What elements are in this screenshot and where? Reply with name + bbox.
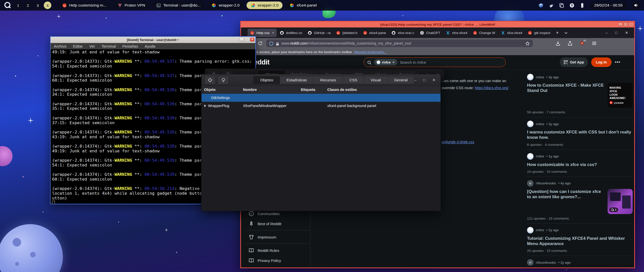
browser-tab[interactable]: dotfiles/.co xyxy=(277,29,305,37)
clock[interactable]: 26/02/24 - 00:55 xyxy=(590,2,627,9)
inspector-tab-visual[interactable]: Visual xyxy=(364,76,388,84)
qubes-menu-button[interactable] xyxy=(4,1,12,9)
browser-tab[interactable]: [deleted b xyxy=(334,29,360,37)
column-clases[interactable]: Clases de estilos xyxy=(325,86,440,93)
get-app-button[interactable]: Get App xyxy=(560,57,588,67)
window-maximize-icon[interactable]: □ xyxy=(615,30,617,35)
volume-button[interactable] xyxy=(632,1,640,10)
subreddit-name[interactable]: r/xfce xyxy=(536,228,544,232)
device-icon[interactable] xyxy=(580,3,585,8)
qubes-domains-icon[interactable] xyxy=(538,3,544,8)
taskbar-window-button[interactable]: Terminal - user@do... xyxy=(152,2,205,9)
browser-tab[interactable]: gtk inspect xyxy=(525,29,553,37)
post-item[interactable]: r/ r/linux4noobs • 4y ago [Question] how… xyxy=(527,177,633,224)
browser-tab[interactable]: xfce4-pane xyxy=(360,29,389,37)
post-item[interactable]: r/xfce • 1y ago How customizable is xfce… xyxy=(527,150,633,177)
browser-tab[interactable]: xfce-rice/.c xyxy=(389,29,417,37)
inspector-close-icon[interactable]: ✕ xyxy=(432,78,435,82)
subreddit-name[interactable]: r/linux4noobs xyxy=(536,181,556,185)
column-nombre[interactable]: Nombre xyxy=(240,86,298,93)
inspector-headerbar[interactable]: ObjetosEstadísticasRecursosCSSVisualGene… xyxy=(202,74,440,86)
url-bar[interactable]: www.reddit.com/r/xfce/comments/orvxo0/he… xyxy=(266,40,533,47)
subreddit-name[interactable]: r/xfce xyxy=(536,75,544,79)
browser-tab[interactable]: xfce:xfce4 xyxy=(498,29,525,37)
taskbar-window-button[interactable]: wrapper-2.0 xyxy=(247,2,283,9)
post-item[interactable]: r/xfce • 2y ago Tutorial: Customizing XF… xyxy=(527,224,633,256)
inspector-minimize-icon[interactable]: – xyxy=(414,78,416,82)
downloads-icon[interactable] xyxy=(555,41,560,46)
terminal-minimize-icon[interactable]: _ xyxy=(239,38,244,42)
maximize-icon[interactable]: □ xyxy=(624,22,628,26)
search-input[interactable]: r/xfce ✕ Search in r/xfce xyxy=(364,57,506,67)
highlight-bulb-icon[interactable] xyxy=(218,76,229,84)
sidebar-item-reddit-rules[interactable]: Reddit Rules xyxy=(245,245,310,255)
taskbar-window-button[interactable]: xfce4-panel xyxy=(286,2,321,9)
browser-tab[interactable]: Change W xyxy=(470,29,498,37)
menu-terminal[interactable]: Terminal xyxy=(98,44,119,48)
inspector-tab-css[interactable]: CSS xyxy=(343,76,364,84)
menu-ayuda[interactable]: Ayuda xyxy=(141,44,158,48)
node-picker-icon[interactable] xyxy=(205,76,215,84)
search-subreddit-chip[interactable]: r/xfce ✕ xyxy=(374,59,397,65)
taskbar-window-button[interactable]: wrapper-2.0 xyxy=(208,2,244,9)
post-thumbnail[interactable]: 3 xyxy=(608,189,633,214)
subreddit-name[interactable]: r/xfce xyxy=(536,122,544,126)
post-title[interactable]: How customizable is xfce via css? xyxy=(527,162,633,167)
inspector-tree-body[interactable] xyxy=(202,110,440,211)
terminal-maximize-icon[interactable]: □ xyxy=(245,38,249,42)
table-row[interactable]: WrapperPlug XfcePanelWindowWrapper xfce4… xyxy=(202,102,440,110)
browser-tab[interactable]: ChatGPT xyxy=(417,29,443,37)
menu-archivo[interactable]: Archivo xyxy=(51,44,70,48)
manage-bookmarks-link[interactable]: Manage bookmarks... xyxy=(354,50,387,54)
sidebar-item-best-of-reddit[interactable]: Best of Reddit xyxy=(245,219,310,229)
chip-close-icon[interactable]: ✕ xyxy=(392,60,395,64)
post-title[interactable]: I wanna customize XFCE with CSS but I do… xyxy=(527,129,633,140)
gtk-css-link[interactable]: onfig/gtk-3.0/gtk.css xyxy=(442,140,474,144)
menu-ver[interactable]: Ver xyxy=(86,44,98,48)
taskbar-window-button[interactable]: Help customizing m... xyxy=(58,2,110,9)
browser-tab[interactable]: xfce:xfce4 xyxy=(443,29,470,37)
close-icon[interactable]: × xyxy=(629,22,633,26)
post-title[interactable]: How to Customize XFCE - Make XFCE Stand … xyxy=(527,83,605,108)
taskbar-window-button[interactable]: Proton VPN xyxy=(113,2,149,9)
ublock-icon[interactable]: 16 xyxy=(580,41,585,46)
bookmarks-toolbar[interactable]: k access, place your bookmarks here on t… xyxy=(241,49,634,55)
post-title[interactable]: [Question] how can I customize xfce to a… xyxy=(527,189,605,214)
menu-editar[interactable]: Editar xyxy=(70,44,86,48)
workspace-button-3[interactable]: 3 xyxy=(34,2,42,9)
share-icon[interactable] xyxy=(568,41,573,46)
workspace-button-2[interactable]: 2 xyxy=(24,2,32,9)
inspector-tab-objetos[interactable]: Objetos xyxy=(253,76,280,84)
docs-link[interactable]: https://docs.xfce.org/ xyxy=(475,86,508,90)
youtube-thumbnail[interactable]: MAKINGXFCELOOKAWESOME!▶youtube xyxy=(608,83,633,108)
browser-tab[interactable]: Help cus × xyxy=(248,29,277,37)
table-row[interactable]: GtkSettings xyxy=(202,94,440,102)
sidebar-item-privacy-policy[interactable]: Privacy Policy xyxy=(245,255,310,265)
bookmark-star-icon[interactable] xyxy=(525,41,530,46)
log-in-button[interactable]: Log In xyxy=(591,57,612,67)
shield-icon[interactable] xyxy=(269,41,273,46)
updates-icon[interactable] xyxy=(569,3,575,8)
menu-hamburger-icon[interactable] xyxy=(592,41,597,46)
inspector-tab-general[interactable]: General xyxy=(388,76,414,84)
column-objeto[interactable]: Objeto xyxy=(202,86,240,93)
sidebar-item-impressum[interactable]: Impressum xyxy=(245,232,310,242)
window-close-icon[interactable]: ✕ xyxy=(625,30,628,35)
minimize-icon[interactable]: _ xyxy=(618,22,623,26)
browser-tab[interactable]: GitHub - ra xyxy=(305,29,333,37)
inspector-tab-recursos[interactable]: Recursos xyxy=(314,76,343,84)
post-title[interactable]: Tutorial: Customizing XFCE4 Panel and Wh… xyxy=(527,236,633,247)
reload-icon[interactable] xyxy=(258,41,263,46)
usb-device-icon[interactable] xyxy=(548,2,555,9)
workspace-button-4[interactable]: 4 xyxy=(44,2,51,9)
workspace-button-1[interactable]: 1 xyxy=(14,2,22,9)
new-tab-button[interactable]: + xyxy=(553,30,561,36)
window-minimize-icon[interactable]: – xyxy=(606,30,608,35)
clipboard-icon[interactable] xyxy=(559,3,564,8)
expander-icon[interactable] xyxy=(204,104,207,108)
tab-close-icon[interactable]: × xyxy=(272,31,274,35)
post-item[interactable]: r/xfce • 3y ago How to Customize XFCE - … xyxy=(527,71,633,117)
inspector-tab-estadísticas[interactable]: Estadísticas xyxy=(280,76,314,84)
inspector-maximize-icon[interactable]: □ xyxy=(423,78,425,82)
header-overflow-icon[interactable]: ••• xyxy=(615,60,620,65)
